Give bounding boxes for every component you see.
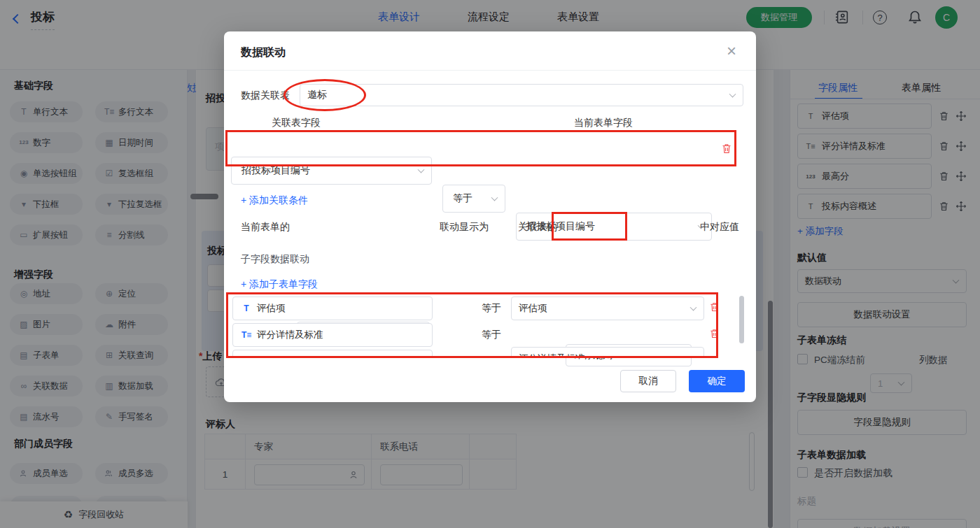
add-subfield-link[interactable]: + 添加子表单字段	[241, 278, 318, 291]
condition-left-select[interactable]: 招投标项目编号	[231, 157, 432, 185]
subfield-row-2-operator: 等于	[482, 329, 501, 341]
subfield-row-2-field[interactable]: T≡评分详情及标准	[232, 323, 433, 347]
delete-condition-icon[interactable]	[721, 143, 732, 155]
subfield-row-1-field[interactable]: T评估项	[232, 297, 433, 320]
current-form-label: 当前表单的	[241, 221, 290, 234]
subfield-rows-viewport: T评估项 等于 评估项 T≡评分详情及标准 等于 评分详情及标准	[227, 292, 732, 358]
subfield-row-1-select[interactable]: 评估项	[511, 297, 704, 320]
delete-subfield-icon[interactable]	[709, 328, 720, 339]
subfield-row-1-operator: 等于	[482, 302, 501, 315]
confirm-button[interactable]: 确定	[689, 370, 745, 392]
app-window: 投标 表单设计 流程设定 表单设置 数据管理 ? C 表单外链 后端脚本 数据权…	[0, 0, 980, 528]
chevron-down-icon	[491, 194, 498, 201]
dialog-title: 数据联动	[241, 45, 286, 60]
cancel-button[interactable]: 取消	[620, 370, 676, 392]
chevron-down-icon	[418, 166, 425, 173]
relation-of-label: 关联表的	[518, 221, 557, 234]
subfield-linkage-label: 子字段数据联动	[241, 253, 309, 266]
condition-operator-select[interactable]: 等于	[442, 185, 505, 213]
value-suffix-label: 中对应值	[700, 221, 739, 234]
subfield-row-2-select[interactable]: 评分详情及标准	[511, 347, 704, 358]
relation-table-label: 数据关联表	[241, 90, 290, 102]
relation-table-select[interactable]: 邀标	[300, 84, 743, 106]
dialog-scrollbar-thumb[interactable]	[739, 296, 744, 343]
chevron-down-icon	[690, 304, 697, 311]
multi-line-text-icon: T≡	[241, 330, 251, 340]
chevron-down-icon	[690, 355, 697, 358]
subfield-row-3-field-partial[interactable]	[232, 350, 433, 358]
add-condition-link[interactable]: + 添加关联条件	[241, 194, 308, 207]
current-form-field-column-header: 当前表单字段	[574, 117, 633, 129]
delete-subfield-icon[interactable]	[709, 301, 720, 313]
data-linkage-dialog: 数据联动 × 数据关联表 邀标 关联表字段 当前表单字段 招投标项目编号 等于 …	[224, 31, 756, 402]
close-icon[interactable]: ×	[727, 43, 736, 59]
chevron-down-icon	[729, 91, 736, 98]
single-line-text-icon: T	[241, 304, 251, 313]
divider	[224, 70, 756, 71]
relation-field-column-header: 关联表字段	[272, 117, 321, 129]
display-as-label: 联动显示为	[440, 221, 489, 234]
